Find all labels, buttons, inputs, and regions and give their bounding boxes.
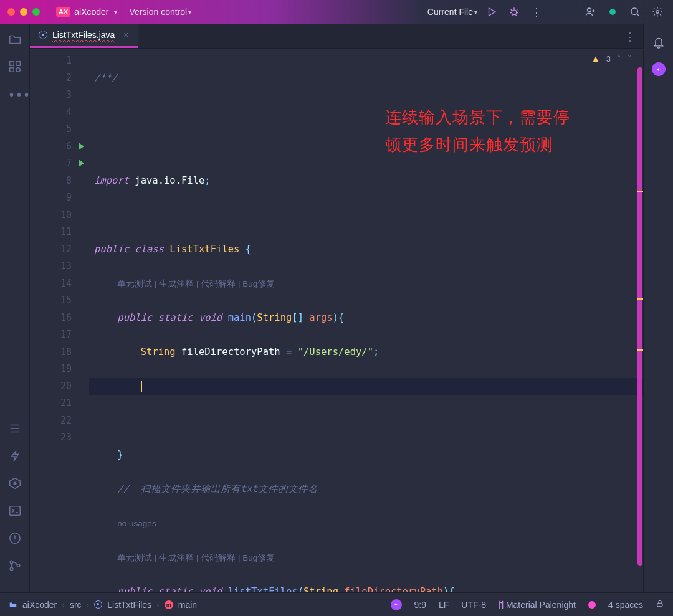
editor-tab-active[interactable]: ListTxtFiles.java × (30, 24, 138, 48)
code-lens[interactable]: 单元测试 | 生成注释 | 代码解释 | Bug修复 (117, 553, 275, 562)
svg-point-12 (10, 561, 13, 564)
status-dot-icon[interactable] (588, 601, 596, 609)
structure-tool-icon[interactable] (8, 60, 22, 73)
version-control-menu[interactable]: Version control ▾ (130, 7, 192, 17)
build-tool-icon[interactable] (8, 449, 22, 463)
crumb-file[interactable]: ListTxtFiles (107, 600, 151, 610)
breadcrumb-separator: › (156, 600, 160, 610)
window-controls (7, 8, 40, 16)
tab-options-icon[interactable]: ⋮ (624, 30, 636, 43)
debug-button[interactable] (506, 4, 522, 20)
minimize-window-button[interactable] (20, 8, 27, 16)
indent-indicator[interactable]: 4 spaces (608, 600, 643, 610)
list-tool-icon[interactable] (8, 422, 22, 435)
code-token: public static void (117, 586, 222, 593)
svg-point-7 (16, 68, 19, 72)
project-selector[interactable]: AX aiXcoder ▾ (56, 7, 117, 17)
code-token: args (309, 312, 332, 323)
vcs-tool-icon[interactable] (8, 559, 22, 572)
run-button[interactable] (484, 4, 500, 20)
theme-name: Material Palenight (506, 600, 576, 610)
problems-tool-icon[interactable] (8, 531, 22, 545)
version-control-label: Version control (130, 7, 188, 17)
close-tab-icon[interactable]: × (123, 30, 128, 40)
line-number: 5 (30, 121, 72, 138)
line-number-gutter: 1 2 3 4 5 6 7 8 9 10 11 12 13 14 15 16 1… (30, 49, 89, 592)
code-token: fileDirectoryPath (181, 346, 280, 358)
line-number: 3 (30, 87, 72, 104)
method-icon: m (165, 600, 173, 609)
code-token: ListTxtFiles (169, 244, 239, 255)
code-lens[interactable]: 单元测试 | 生成注释 | 代码解释 | Bug修复 (117, 279, 275, 288)
line-number: 23 (30, 429, 72, 447)
ai-assistant-icon[interactable]: ✦ (652, 62, 666, 76)
line-number[interactable]: 7 (30, 155, 72, 173)
next-problem-icon[interactable]: ˅ (628, 54, 632, 64)
tab-filename: ListTxtFiles.java (52, 30, 115, 40)
scrollbar-mark (637, 298, 643, 300)
line-number: 4 (30, 104, 72, 121)
prev-problem-icon[interactable]: ˄ (617, 54, 621, 64)
line-number: 2 (30, 70, 72, 87)
run-config-label: Current File (427, 7, 473, 17)
close-window-button[interactable] (7, 8, 15, 16)
line-number: 17 (30, 326, 72, 344)
line-number: 1 (30, 52, 72, 70)
scrollbar-mark (637, 191, 643, 192)
readonly-lock-icon[interactable] (656, 599, 664, 610)
crumb-project[interactable]: aiXcoder (22, 600, 57, 610)
svg-point-2 (631, 8, 638, 15)
code-token: String (257, 312, 292, 323)
code-token: // 扫描文件夹并输出所有txt文件的文件名 (117, 483, 317, 495)
run-config-selector[interactable]: Current File ▾ (427, 7, 477, 17)
file-encoding[interactable]: UTF-8 (461, 600, 486, 610)
titlebar: AX aiXcoder ▾ Version control ▾ Current … (0, 0, 673, 24)
inspection-widget[interactable]: ▲ 3 ˄ ˅ (591, 54, 632, 64)
code-editor[interactable]: ▲ 3 ˄ ˅ 连续输入场景下，需要停 顿更多时间来触发预测 1 2 3 4 5… (30, 49, 643, 592)
svg-rect-4 (9, 62, 13, 65)
chevron-down-icon: ▾ (188, 9, 191, 16)
brand-badge: AX (56, 7, 70, 17)
ai-status-icon[interactable]: ✦ (391, 599, 402, 610)
warning-count: 3 (606, 54, 611, 64)
more-actions-button[interactable]: ⋮ (528, 4, 545, 20)
text-cursor (141, 381, 142, 392)
editor-area: ListTxtFiles.java × ⋮ ▲ 3 ˄ ˅ 连续输入场景下，需要… (30, 24, 643, 592)
terminal-tool-icon[interactable] (8, 504, 22, 518)
more-tools-icon[interactable]: ••• (8, 87, 22, 101)
line-number[interactable]: 6 (30, 138, 72, 156)
caret-position[interactable]: 9:9 (414, 600, 426, 610)
project-tool-icon[interactable] (8, 32, 22, 46)
warning-icon: ▲ (591, 54, 600, 64)
right-tool-rail: ✦ (643, 24, 673, 592)
scrollbar-thumb[interactable] (637, 67, 642, 566)
presence-indicator[interactable] (604, 4, 621, 20)
code-token: java.io.File (129, 175, 204, 186)
crumb-src[interactable]: src (70, 600, 82, 610)
chevron-down-icon: ▾ (114, 9, 117, 16)
breadcrumb-separator: › (62, 600, 65, 610)
services-tool-icon[interactable] (8, 476, 22, 490)
code-token: fileDirectoryPath (344, 586, 443, 593)
add-user-icon[interactable] (582, 4, 598, 20)
svg-point-9 (14, 482, 16, 485)
code-token: public (94, 244, 129, 255)
crumb-method[interactable]: main (178, 600, 197, 610)
search-icon[interactable] (627, 4, 643, 20)
notifications-icon[interactable] (652, 36, 665, 51)
svg-rect-15 (657, 603, 662, 606)
svg-rect-6 (9, 68, 13, 72)
code-lens[interactable]: no usages (117, 519, 156, 528)
maximize-window-button[interactable] (32, 8, 40, 16)
svg-point-3 (656, 11, 659, 14)
folder-icon (9, 600, 17, 609)
code-token: "/Users/edy/" (298, 346, 373, 358)
settings-icon[interactable] (649, 4, 666, 20)
line-number: 19 (30, 361, 72, 378)
line-number: 12 (30, 241, 72, 258)
line-ending[interactable]: LF (439, 600, 449, 610)
theme-indicator[interactable]: ᛖ Material Palenight (499, 600, 576, 610)
breadcrumb-separator: › (87, 600, 90, 610)
line-number: 22 (30, 412, 72, 430)
scrollbar[interactable] (637, 49, 643, 592)
